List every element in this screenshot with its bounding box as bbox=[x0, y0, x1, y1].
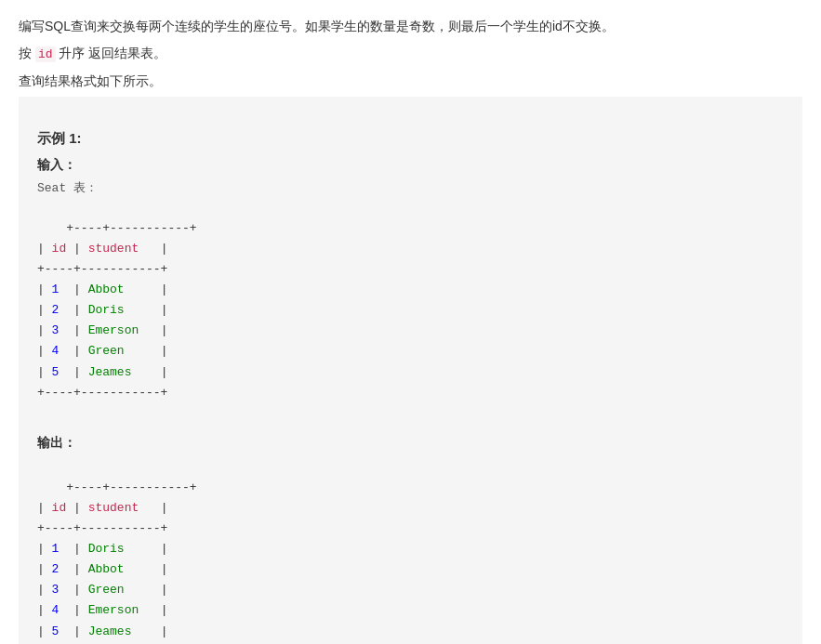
output-row-3: | 3 | Green | bbox=[37, 583, 167, 597]
intro-line2: 按 id 升序 返回结果表。 bbox=[19, 42, 802, 65]
input-border-top: +----+-----------+ bbox=[66, 221, 196, 235]
output-header: | id | student | bbox=[37, 501, 167, 515]
input-header: | id | student | bbox=[37, 242, 167, 256]
example-box: 示例 1: 输入： Seat 表： +----+-----------+ | i… bbox=[19, 97, 802, 644]
input-row-5: | 5 | Jeames | bbox=[37, 365, 167, 379]
intro-line3: 查询结果格式如下所示。 bbox=[19, 70, 802, 93]
intro-id-code: id bbox=[35, 46, 56, 62]
input-border-bot: +----+-----------+ bbox=[37, 386, 167, 400]
output-row-4: | 4 | Emerson | bbox=[37, 603, 167, 617]
input-row-1: | 1 | Abbot | bbox=[37, 283, 167, 296]
input-row-4: | 4 | Green | bbox=[37, 344, 167, 358]
input-row-3: | 3 | Emerson | bbox=[37, 323, 167, 337]
header-student: student bbox=[88, 242, 139, 256]
intro-line2-prefix: 按 bbox=[19, 46, 32, 60]
output-row-1: | 1 | Doris | bbox=[37, 542, 167, 556]
input-row-2: | 2 | Doris | bbox=[37, 303, 167, 317]
output-row-5: | 5 | Jeames | bbox=[37, 624, 167, 638]
input-border-mid: +----+-----------+ bbox=[37, 262, 167, 276]
out-header-id: id bbox=[52, 501, 67, 515]
output-row-2: | 2 | Abbot | bbox=[37, 562, 167, 576]
intro-line1: 编写SQL查询来交换每两个连续的学生的座位号。如果学生的数量是奇数，则最后一个学… bbox=[19, 15, 802, 38]
intro-line2-suffix: 升序 返回结果表。 bbox=[59, 46, 166, 60]
header-id: id bbox=[52, 242, 67, 256]
output-border-mid: +----+-----------+ bbox=[37, 521, 167, 535]
input-table: +----+-----------+ | id | student | +---… bbox=[37, 198, 784, 424]
seat-table-label: Seat 表： bbox=[37, 179, 784, 196]
input-label: 输入： bbox=[37, 157, 784, 174]
out-header-student: student bbox=[88, 501, 139, 515]
output-border-top: +----+-----------+ bbox=[66, 480, 196, 494]
example-title: 示例 1: bbox=[37, 130, 784, 148]
output-table: +----+-----------+ | id | student | +---… bbox=[37, 457, 784, 644]
output-label: 输出： bbox=[37, 435, 784, 452]
